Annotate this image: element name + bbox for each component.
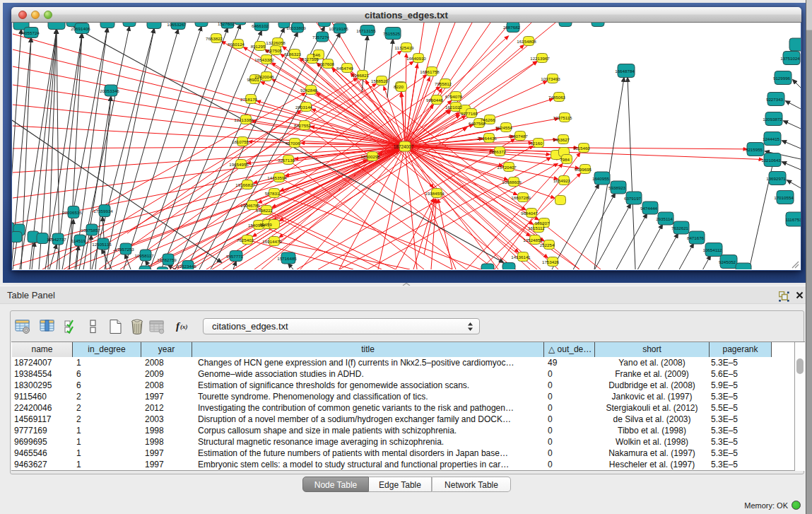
- svg-text:417006: 417006: [286, 141, 300, 146]
- svg-text:9245052: 9245052: [719, 259, 736, 264]
- svg-text:2367608: 2367608: [317, 62, 335, 66]
- svg-text:8471676: 8471676: [687, 235, 705, 240]
- svg-text:20206535: 20206535: [62, 210, 82, 215]
- svg-text:1810755: 1810755: [232, 139, 249, 144]
- svg-text:1615112: 1615112: [528, 226, 545, 230]
- svg-text:546: 546: [313, 52, 321, 57]
- svg-text:15720407: 15720407: [497, 165, 517, 170]
- svg-text:9327505: 9327505: [302, 57, 319, 62]
- svg-text:9227343: 9227343: [766, 97, 784, 102]
- svg-text:7357274: 7357274: [312, 35, 330, 40]
- svg-text:20691406: 20691406: [71, 26, 90, 31]
- svg-text:16914479: 16914479: [262, 239, 282, 244]
- svg-text:10653267: 10653267: [167, 23, 187, 27]
- svg-text:6466102: 6466102: [252, 23, 269, 28]
- svg-text:22420046: 22420046: [254, 74, 274, 79]
- svg-text:13226058: 13226058: [266, 40, 286, 45]
- svg-text:9827505: 9827505: [265, 48, 283, 53]
- svg-text:17957253: 17957253: [114, 247, 134, 252]
- svg-text:9463627: 9463627: [553, 137, 570, 142]
- svg-text:7955812: 7955812: [435, 81, 452, 86]
- svg-text:12942737: 12942737: [47, 237, 66, 242]
- svg-text:1527602: 1527602: [218, 23, 235, 26]
- svg-text:10807487: 10807487: [508, 134, 528, 139]
- svg-text:20053346: 20053346: [100, 88, 119, 93]
- svg-text:9990448: 9990448: [426, 98, 444, 103]
- svg-text:7632621: 7632621: [671, 226, 689, 230]
- svg-text:9146821: 9146821: [352, 73, 370, 78]
- svg-text:2803144: 2803144: [295, 105, 313, 110]
- svg-text:12213383: 12213383: [234, 117, 254, 122]
- svg-text:16961758: 16961758: [420, 69, 440, 74]
- svg-text:16033809: 16033809: [286, 25, 306, 30]
- svg-text:10654112: 10654112: [702, 247, 722, 252]
- svg-text:14353594: 14353594: [267, 175, 287, 180]
- svg-text:9242848: 9242848: [300, 88, 318, 93]
- svg-text:9699695: 9699695: [575, 167, 592, 172]
- svg-text:62160: 62160: [530, 141, 543, 146]
- svg-text:891295: 891295: [251, 44, 266, 49]
- svg-text:5498222: 5498222: [256, 208, 273, 213]
- svg-text:17010554: 17010554: [774, 195, 794, 200]
- svg-text:12093872: 12093872: [763, 117, 782, 122]
- svg-text:746266: 746266: [481, 117, 495, 122]
- svg-text:587831: 587831: [265, 191, 280, 196]
- svg-text:9129996: 9129996: [773, 76, 791, 81]
- svg-text:8215955: 8215955: [746, 147, 763, 152]
- svg-text:14055724: 14055724: [20, 30, 40, 35]
- svg-text:10719185: 10719185: [329, 26, 348, 31]
- svg-text:19384554: 19384554: [425, 191, 445, 196]
- svg-text:19046785: 19046785: [240, 203, 260, 208]
- svg-text:10958117: 10958117: [134, 253, 154, 258]
- svg-text:9115460: 9115460: [573, 146, 590, 151]
- svg-text:15716485: 15716485: [277, 256, 297, 261]
- svg-text:2718170: 2718170: [240, 97, 258, 102]
- svg-text:99459: 99459: [259, 222, 272, 227]
- svg-text:16648784: 16648784: [615, 69, 635, 74]
- svg-text:16543382: 16543382: [254, 57, 274, 62]
- svg-text:12975115: 12975115: [553, 115, 572, 120]
- svg-text:6379197: 6379197: [624, 196, 642, 201]
- svg-text:10688609: 10688609: [502, 180, 522, 185]
- svg-text:2935114: 2935114: [656, 216, 673, 221]
- svg-text:7625402: 7625402: [237, 238, 254, 243]
- svg-text:13692971: 13692971: [766, 176, 786, 181]
- svg-text:114519: 114519: [71, 238, 86, 243]
- svg-text:1588520: 1588520: [371, 78, 389, 83]
- svg-text:7886372: 7886372: [489, 149, 507, 154]
- svg-text:9777169: 9777169: [461, 111, 478, 116]
- svg-text:6794078: 6794078: [445, 94, 463, 99]
- svg-text:1244415: 1244415: [763, 136, 780, 141]
- svg-text:18807289: 18807289: [511, 195, 531, 200]
- svg-text:17359934: 17359934: [93, 209, 113, 214]
- svg-text:8186323: 8186323: [284, 52, 302, 57]
- svg-text:19654955: 19654955: [229, 162, 249, 167]
- svg-text:2087682: 2087682: [503, 25, 521, 30]
- svg-text:13524851: 13524851: [523, 238, 543, 243]
- svg-text:12213967: 12213967: [530, 56, 550, 61]
- svg-text:(x): (x): [180, 323, 188, 330]
- svg-text:9457771: 9457771: [226, 254, 244, 259]
- svg-text:8454749: 8454749: [336, 66, 354, 71]
- svg-text:10973493: 10973493: [541, 76, 560, 81]
- svg-text:161207: 161207: [535, 221, 550, 226]
- svg-text:1640955: 1640955: [592, 176, 610, 181]
- svg-text:5938923: 5938923: [608, 185, 626, 190]
- svg-text:16154808: 16154808: [517, 39, 536, 44]
- svg-text:3624554: 3624554: [495, 125, 513, 130]
- svg-text:7663822: 7663822: [206, 36, 223, 41]
- svg-text:12323445: 12323445: [177, 264, 196, 269]
- svg-text:19166827: 19166827: [235, 182, 255, 187]
- svg-text:11325419: 11325419: [394, 45, 414, 50]
- svg-text:14136141: 14136141: [511, 255, 531, 259]
- svg-text:9474444: 9474444: [640, 206, 658, 211]
- svg-text:7984: 7984: [560, 157, 570, 162]
- svg-text:18300295: 18300295: [360, 154, 380, 159]
- svg-text:13751024: 13751024: [780, 56, 800, 61]
- svg-text:10210643: 10210643: [761, 158, 781, 163]
- svg-text:1753426: 1753426: [542, 259, 560, 264]
- svg-text:7515525: 7515525: [383, 31, 401, 36]
- svg-text:16713155: 16713155: [356, 28, 376, 33]
- svg-text:20364436: 20364436: [477, 136, 497, 141]
- svg-text:1621022: 1621022: [445, 105, 463, 110]
